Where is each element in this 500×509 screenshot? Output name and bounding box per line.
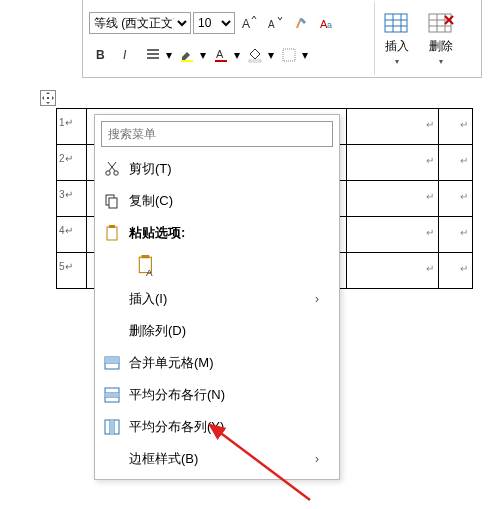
- svg-point-15: [114, 171, 118, 175]
- merge-icon: [95, 354, 129, 372]
- distribute-rows-icon: [95, 386, 129, 404]
- menu-border-style-label: 边框样式(B): [129, 450, 315, 468]
- shrink-font-button[interactable]: A: [263, 11, 287, 35]
- menu-paste-options: 粘贴选项:: [95, 217, 339, 249]
- svg-rect-9: [249, 60, 261, 62]
- menu-copy[interactable]: 复制(C): [95, 185, 339, 217]
- svg-rect-28: [110, 420, 114, 434]
- insert-button[interactable]: 插入 ▾: [375, 2, 419, 75]
- svg-rect-13: [429, 14, 451, 32]
- svg-rect-18: [107, 227, 117, 240]
- table-move-handle[interactable]: [40, 90, 56, 106]
- menu-merge-cells[interactable]: 合并单元格(M): [95, 347, 339, 379]
- styles-button[interactable]: Aa: [315, 11, 339, 35]
- menu-merge-label: 合并单元格(M): [129, 354, 329, 372]
- clear-format-button[interactable]: [289, 11, 313, 35]
- menu-copy-label: 复制(C): [129, 192, 329, 210]
- italic-button[interactable]: I: [115, 43, 139, 67]
- menu-distribute-cols[interactable]: 平均分布各列(Y): [95, 411, 339, 443]
- menu-dist-cols-label: 平均分布各列(Y): [129, 418, 329, 436]
- font-color-button[interactable]: A: [209, 43, 233, 67]
- shading-button[interactable]: [243, 43, 267, 67]
- svg-text:A: A: [242, 17, 250, 31]
- svg-rect-19: [109, 225, 115, 228]
- delete-label: 删除: [429, 38, 453, 55]
- menu-cut[interactable]: 剪切(T): [95, 153, 339, 185]
- menu-insert[interactable]: 插入(I) ›: [95, 283, 339, 315]
- chevron-right-icon: ›: [315, 452, 329, 466]
- svg-rect-21: [142, 255, 150, 258]
- menu-distribute-rows[interactable]: 平均分布各行(N): [95, 379, 339, 411]
- svg-text:A: A: [146, 267, 153, 277]
- svg-text:I: I: [123, 48, 127, 62]
- menu-dist-rows-label: 平均分布各行(N): [129, 386, 329, 404]
- cut-icon: [95, 160, 129, 178]
- borders-button[interactable]: [277, 43, 301, 67]
- paste-keep-text-button[interactable]: A: [131, 251, 163, 281]
- font-size-select[interactable]: 10: [193, 12, 235, 34]
- svg-rect-6: [181, 60, 193, 62]
- highlight-button[interactable]: [175, 43, 199, 67]
- svg-text:a: a: [327, 20, 332, 30]
- menu-insert-label: 插入(I): [129, 290, 315, 308]
- borders-dropdown[interactable]: ▾: [301, 48, 309, 62]
- font-color-dropdown[interactable]: ▾: [233, 48, 241, 62]
- svg-text:A: A: [216, 48, 224, 60]
- svg-rect-26: [105, 393, 119, 397]
- paste-icon: [95, 224, 129, 242]
- highlight-dropdown[interactable]: ▾: [199, 48, 207, 62]
- svg-rect-8: [215, 60, 227, 62]
- distribute-cols-icon: [95, 418, 129, 436]
- svg-rect-12: [385, 14, 407, 32]
- svg-text:B: B: [96, 48, 105, 62]
- align-dropdown[interactable]: ▾: [165, 48, 173, 62]
- menu-delete-column[interactable]: 删除列(D): [95, 315, 339, 347]
- context-menu: 剪切(T) 复制(C) 粘贴选项: A 插入(I) › 删除列(D) 合并单元格…: [94, 114, 340, 480]
- chevron-right-icon: ›: [315, 292, 329, 306]
- svg-rect-17: [109, 198, 117, 208]
- font-name-select[interactable]: 等线 (西文正文): [89, 12, 191, 34]
- menu-cut-label: 剪切(T): [129, 160, 329, 178]
- menu-border-style[interactable]: 边框样式(B) ›: [95, 443, 339, 475]
- ribbon-toolbar: 等线 (西文正文) 10 A A Aa B I ▾ ▾ A▾ ▾ ▾ 插入 ▾ …: [82, 0, 482, 78]
- menu-search-input[interactable]: [101, 121, 333, 147]
- menu-delete-col-label: 删除列(D): [129, 322, 329, 340]
- svg-rect-11: [283, 49, 295, 61]
- shading-dropdown[interactable]: ▾: [267, 48, 275, 62]
- delete-button[interactable]: 删除 ▾: [419, 2, 463, 75]
- insert-label: 插入: [385, 38, 409, 55]
- align-button[interactable]: [141, 43, 165, 67]
- menu-paste-label: 粘贴选项:: [129, 224, 329, 242]
- svg-point-14: [106, 171, 110, 175]
- svg-text:A: A: [268, 19, 275, 30]
- svg-rect-10: [283, 49, 295, 61]
- grow-font-button[interactable]: A: [237, 11, 261, 35]
- svg-rect-24: [105, 357, 119, 363]
- bold-button[interactable]: B: [89, 43, 113, 67]
- copy-icon: [95, 192, 129, 210]
